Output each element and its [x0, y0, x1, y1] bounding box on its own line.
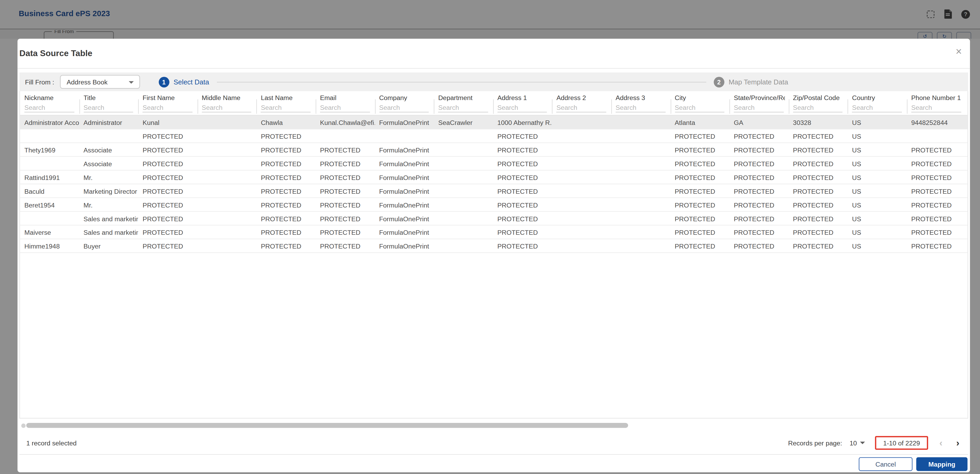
column-search-input[interactable] — [793, 103, 843, 112]
modal-actions: Cancel Mapping — [859, 457, 967, 471]
table-cell: FormulaOnePrint — [375, 187, 434, 195]
table-cell: PROTECTED — [907, 173, 966, 181]
table-cell: PROTECTED — [493, 160, 552, 167]
column-header: Zip/Postal Code — [789, 91, 848, 115]
column-search-input[interactable] — [83, 103, 133, 112]
table-row[interactable]: AssociatePROTECTEDPROTECTEDPROTECTEDForm… — [20, 157, 967, 170]
table-header-row: NicknameTitleFirst NameMiddle NameLast N… — [20, 91, 967, 116]
column-search-input[interactable] — [143, 103, 192, 112]
column-header-label: Nickname — [24, 94, 75, 101]
table-cell: PROTECTED — [670, 173, 730, 181]
column-search-input[interactable] — [497, 103, 547, 112]
table-cell: PROTECTED — [316, 201, 375, 208]
column-search-input[interactable] — [734, 103, 784, 112]
cancel-button[interactable]: Cancel — [859, 457, 913, 471]
table-cell: PROTECTED — [670, 201, 730, 208]
column-search-input[interactable] — [320, 103, 370, 112]
table-row[interactable]: Sales and marketingPROTECTEDPROTECTEDPRO… — [20, 212, 967, 225]
table-cell: US — [848, 187, 907, 195]
selection-status: 1 record selected — [26, 439, 76, 447]
column-header: Country — [848, 91, 907, 115]
column-header: City — [670, 91, 730, 115]
column-header-label: Address 1 — [497, 94, 548, 101]
table-cell: PROTECTED — [138, 132, 197, 140]
table-cell: PROTECTED — [256, 228, 316, 236]
column-header-label: Company — [379, 94, 430, 101]
table-cell: Beret1954 — [20, 201, 79, 208]
column-search-input[interactable] — [202, 103, 251, 112]
table-cell: Maiverse — [20, 228, 79, 236]
table-cell: PROTECTED — [730, 187, 789, 195]
column-search-input[interactable] — [616, 103, 665, 112]
table-cell: PROTECTED — [316, 242, 375, 250]
table-cell: FormulaOnePrint — [375, 228, 434, 236]
table-cell: US — [848, 228, 907, 236]
mapping-button[interactable]: Mapping — [916, 457, 967, 471]
table-row[interactable]: PROTECTEDPROTECTEDPROTECTEDPROTECTEDPROT… — [20, 129, 967, 143]
table-cell: PROTECTED — [493, 187, 552, 195]
table-cell: PROTECTED — [138, 173, 197, 181]
column-header: Last Name — [256, 91, 316, 115]
table-cell: PROTECTED — [670, 187, 730, 195]
screen: Business Card ePS 2023 ? Fill From ↺ ↻ — [0, 0, 980, 474]
table-cell: Thety1969 — [20, 146, 79, 153]
horizontal-scrollbar-nub — [21, 423, 26, 428]
table-row[interactable]: Administrator Acco...AdministratorKunalC… — [20, 116, 967, 129]
table-cell: US — [848, 132, 907, 140]
column-search-input[interactable] — [852, 103, 902, 112]
table-row[interactable]: Thety1969AssociatePROTECTEDPROTECTEDPROT… — [20, 143, 967, 157]
table-cell: PROTECTED — [789, 173, 848, 181]
column-header-label: Address 2 — [557, 94, 608, 101]
table-row[interactable]: Rattind1991Mr.PROTECTEDPROTECTEDPROTECTE… — [20, 170, 967, 184]
pagination: Records per page: 10 1-10 of 2229 ‹ › — [788, 431, 962, 454]
table-row[interactable]: MaiverseSales and marketingPROTECTEDPROT… — [20, 225, 967, 239]
column-header-label: Address 3 — [616, 94, 667, 101]
column-header-label: State/Province/Re... — [734, 94, 785, 101]
records-per-page-value: 10 — [850, 439, 857, 446]
table-row[interactable]: Beret1954Mr.PROTECTEDPROTECTEDPROTECTEDF… — [20, 198, 967, 212]
table-cell: US — [848, 215, 907, 222]
fill-from-select[interactable]: Address Book — [60, 75, 140, 89]
horizontal-scrollbar-thumb[interactable] — [26, 423, 628, 428]
chevron-down-icon — [129, 81, 134, 84]
table-cell: PROTECTED — [907, 160, 966, 167]
column-search-input[interactable] — [261, 103, 310, 112]
table-cell: Marketing Director — [79, 187, 138, 195]
column-search-input[interactable] — [379, 103, 429, 112]
step-connector-line — [216, 81, 706, 82]
table-cell: Mr. — [79, 173, 138, 181]
records-per-page-select[interactable]: 10 — [850, 439, 865, 446]
column-header-label: First Name — [143, 94, 194, 101]
column-search-input[interactable] — [438, 103, 488, 112]
column-search-input[interactable] — [675, 103, 724, 112]
table-cell: 9448252844 — [907, 118, 966, 126]
column-search-input[interactable] — [911, 103, 961, 112]
table-cell: US — [848, 201, 907, 208]
next-page-icon[interactable]: › — [956, 437, 959, 448]
table-cell: US — [848, 242, 907, 250]
close-icon[interactable]: × — [956, 46, 962, 57]
table-cell: Buyer — [79, 242, 138, 250]
pagination-range-label: 1-10 of 2229 — [883, 439, 920, 446]
table-cell: Administrator — [79, 118, 138, 126]
table-cell: Baculd — [20, 187, 79, 195]
table-cell: PROTECTED — [730, 173, 789, 181]
table-cell: PROTECTED — [138, 160, 197, 167]
column-header: Title — [79, 91, 138, 115]
modal-title: Data Source Table — [19, 39, 92, 68]
table-cell: PROTECTED — [316, 160, 375, 167]
table-cell: PROTECTED — [907, 215, 966, 222]
table-cell: PROTECTED — [789, 160, 848, 167]
column-search-input[interactable] — [557, 103, 606, 112]
table-cell: PROTECTED — [316, 215, 375, 222]
table-row[interactable]: BaculdMarketing DirectorPROTECTEDPROTECT… — [20, 184, 967, 198]
data-table: NicknameTitleFirst NameMiddle NameLast N… — [19, 91, 968, 419]
column-header-label: Country — [852, 94, 903, 101]
table-cell: PROTECTED — [670, 132, 730, 140]
column-search-input[interactable] — [24, 103, 74, 112]
table-row[interactable]: Himme1948BuyerPROTECTEDPROTECTEDPROTECTE… — [20, 239, 967, 253]
table-cell: PROTECTED — [316, 228, 375, 236]
table-cell: Kunal — [138, 118, 197, 126]
table-cell: PROTECTED — [256, 173, 316, 181]
previous-page-icon[interactable]: ‹ — [940, 437, 943, 448]
